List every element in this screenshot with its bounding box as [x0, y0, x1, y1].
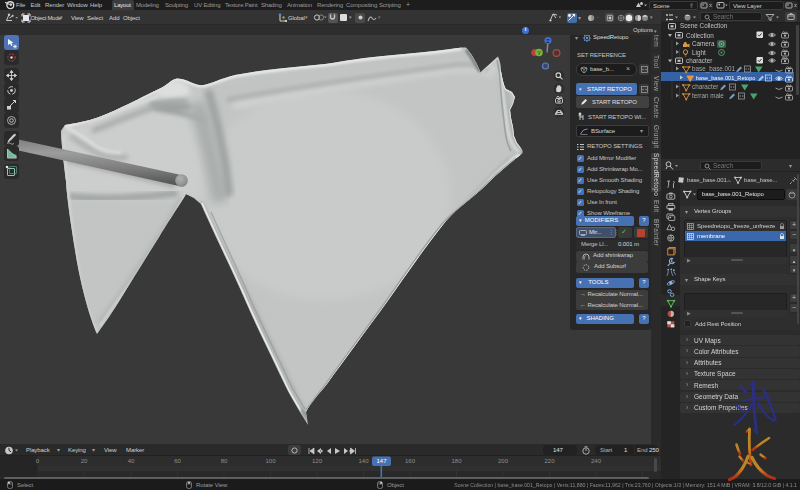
svg-text:240: 240: [591, 458, 602, 464]
svg-text:Scene Collection: Scene Collection: [680, 22, 728, 29]
svg-text:20: 20: [81, 458, 88, 464]
svg-text:180: 180: [451, 458, 462, 464]
svg-text:terran male: terran male: [692, 92, 724, 99]
svg-text:200: 200: [498, 458, 509, 464]
svg-text:character: character: [686, 57, 712, 64]
svg-text:Light: Light: [692, 49, 706, 57]
svg-text:60: 60: [174, 458, 181, 464]
svg-text:160: 160: [405, 458, 416, 464]
svg-text:0: 0: [36, 458, 40, 464]
svg-text:120: 120: [312, 458, 323, 464]
svg-text:base_base.001_Retopo: base_base.001_Retopo: [696, 75, 755, 81]
svg-text:base_base.001: base_base.001: [692, 65, 736, 73]
svg-text:40: 40: [128, 458, 135, 464]
svg-text:character: character: [692, 83, 718, 90]
svg-text:Camera: Camera: [692, 40, 715, 47]
svg-text:80: 80: [221, 458, 228, 464]
svg-text:140: 140: [358, 458, 369, 464]
svg-text:147: 147: [376, 458, 387, 464]
svg-text:100: 100: [265, 458, 276, 464]
svg-text:220: 220: [544, 458, 555, 464]
svg-text:Collection: Collection: [686, 32, 714, 39]
svg-text:Y: Y: [537, 50, 541, 56]
